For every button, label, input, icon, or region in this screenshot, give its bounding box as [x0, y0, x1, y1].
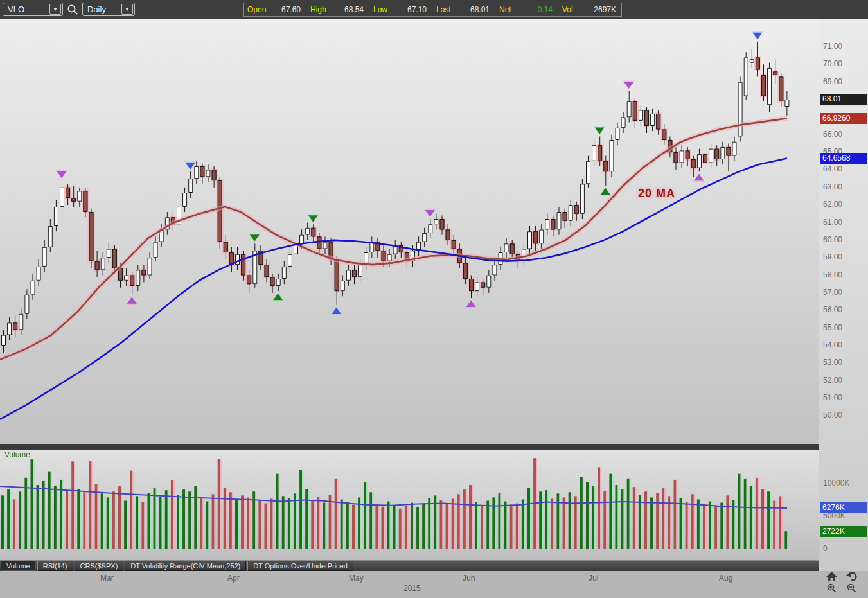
price-tick-label: 71.00	[823, 42, 842, 51]
chart-nav-controls	[824, 572, 865, 597]
volume-tick-label: 10000K	[823, 479, 849, 488]
volume-ma-value-badge: 6276K	[820, 502, 867, 513]
chart-scrollbar[interactable]: Volume RSI(14) CRS($SPX) DT Volatility R…	[0, 560, 819, 571]
x-axis-month-label: Apr	[227, 574, 240, 583]
quote-field-label: Vol	[558, 5, 573, 14]
price-tick-label: 60.00	[823, 235, 842, 244]
tab-crs-spx[interactable]: CRS($SPX)	[75, 561, 124, 571]
price-tick-label: 58.00	[823, 270, 842, 279]
quote-field-vol: Vol 2697K	[558, 3, 621, 16]
symbol-dropdown-button[interactable]: ▼	[49, 4, 61, 15]
zoom-in-button[interactable]	[827, 583, 837, 595]
symbol-value: VLO	[3, 4, 49, 14]
quote-field-value: 67.60	[281, 5, 306, 14]
price-tick-label: 56.00	[823, 305, 842, 314]
ma20-value-badge: 66.9260	[820, 113, 867, 124]
toolbar: VLO ▼ Daily ▼ Open 67.60 High 68.54 Low	[0, 0, 868, 19]
quote-field-last: Last 68.01	[432, 3, 495, 16]
price-tick-label: 57.00	[823, 288, 842, 297]
quote-field-label: Low	[369, 5, 387, 14]
price-chart-canvas[interactable]	[0, 19, 819, 560]
timeframe-value: Daily	[83, 4, 121, 14]
x-axis-month-label: Mar	[100, 574, 114, 583]
price-tick-label: 66.00	[823, 130, 842, 139]
quote-field-value: 2697K	[594, 5, 621, 14]
quote-field-value: 68.54	[344, 5, 369, 14]
tab-dt-options-over-underpriced[interactable]: DT Options Over/UnderPriced	[247, 561, 353, 571]
quote-field-label: Net	[495, 5, 511, 14]
last-price-badge: 68.01	[820, 94, 867, 105]
x-axis-month-label: Jun	[463, 574, 475, 583]
quote-field-value: 67.10	[407, 5, 432, 14]
study-tab-row: Volume RSI(14) CRS($SPX) DT Volatility R…	[1, 561, 353, 571]
zoom-out-icon	[847, 583, 856, 593]
price-tick-label: 51.00	[823, 393, 842, 402]
price-tick-label: 50.00	[823, 410, 842, 419]
search-icon	[67, 4, 78, 15]
x-axis-month-label: Jul	[589, 574, 598, 583]
search-button[interactable]	[66, 4, 79, 15]
quote-field-high: High 68.54	[306, 3, 369, 16]
quote-field-label: Open	[244, 5, 266, 14]
quote-field-low: Low 67.10	[369, 3, 432, 16]
symbol-combobox[interactable]: VLO ▼	[3, 3, 63, 16]
tab-volume[interactable]: Volume	[1, 561, 36, 571]
price-tick-label: 64.00	[823, 164, 842, 173]
price-tick-label: 59.00	[823, 252, 842, 261]
tab-dt-volatility-range[interactable]: DT Volatility Range(CIV Mean,252)	[125, 561, 246, 571]
price-axis: 71.0070.0069.0068.0067.0066.0065.0064.00…	[819, 19, 868, 571]
trading-platform-window: { "toolbar": { "symbol": "VLO", "timefra…	[0, 0, 868, 598]
volume-tick-label: 0	[823, 544, 828, 553]
timeframe-dropdown-button[interactable]: ▼	[121, 4, 133, 15]
quote-field-value: 0.14	[538, 5, 558, 14]
price-tick-label: 62.00	[823, 200, 842, 209]
price-tick-label: 53.00	[823, 358, 842, 367]
chevron-down-icon: ▼	[125, 6, 130, 12]
volume-last-value-badge: 2722K	[820, 526, 867, 537]
x-axis-year-label: 2015	[403, 584, 421, 593]
price-tick-label: 70.00	[823, 59, 842, 68]
quote-field-label: Last	[432, 5, 451, 14]
x-axis-month-label: Aug	[719, 574, 732, 583]
price-tick-label: 55.00	[823, 323, 842, 332]
tab-rsi[interactable]: RSI(14)	[37, 561, 73, 571]
undo-icon	[846, 572, 857, 581]
home-button[interactable]	[826, 572, 837, 583]
quote-field-value: 68.01	[470, 5, 495, 14]
volume-pane-title: Volume	[4, 450, 30, 459]
chevron-down-icon: ▼	[53, 6, 58, 12]
timeframe-combobox[interactable]: Daily ▼	[82, 3, 135, 16]
x-axis: MarAprMayJunJulAug2015	[0, 571, 868, 598]
home-icon	[826, 572, 837, 581]
price-tick-label: 63.00	[823, 182, 842, 191]
ma50-value-badge: 64.6568	[820, 153, 867, 164]
undo-button[interactable]	[846, 572, 857, 583]
price-tick-label: 69.00	[823, 77, 842, 86]
ma20-annotation: 20 MA	[638, 187, 675, 200]
x-axis-month-label: May	[349, 574, 364, 583]
price-tick-label: 52.00	[823, 376, 842, 385]
zoom-in-icon	[827, 583, 837, 593]
price-tick-label: 61.00	[823, 218, 842, 227]
price-tick-label: 54.00	[823, 340, 842, 349]
quote-field-open: Open 67.60	[244, 3, 306, 16]
quote-field-label: High	[306, 5, 326, 14]
zoom-out-button[interactable]	[847, 583, 856, 595]
quote-field-net: Net 0.14	[495, 3, 558, 16]
quote-strip: Open 67.60 High 68.54 Low 67.10 Last 68.…	[243, 3, 622, 17]
